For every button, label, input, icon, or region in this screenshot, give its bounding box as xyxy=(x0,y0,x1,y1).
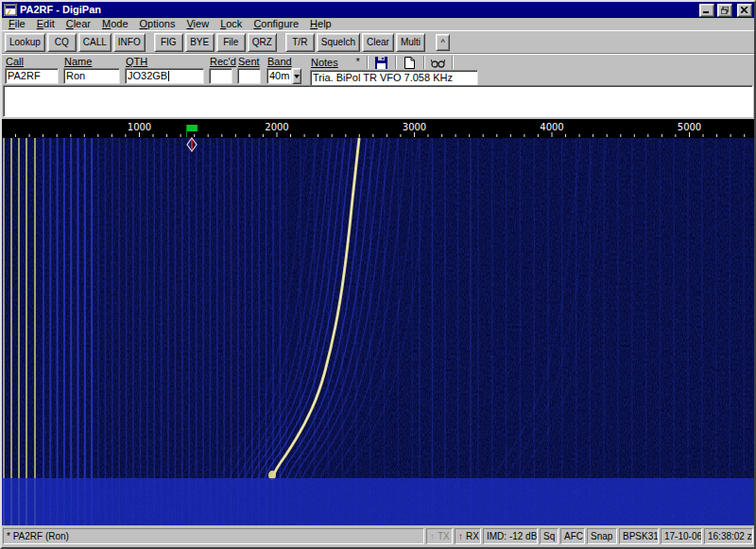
toolbar-button-call[interactable]: CALL xyxy=(78,33,112,52)
svg-text:2000: 2000 xyxy=(265,122,288,132)
menu-item-edit[interactable]: Edit xyxy=(31,18,60,30)
status-squelch[interactable]: Sq xyxy=(540,528,558,544)
new-document-button[interactable] xyxy=(402,56,419,70)
toolbar-button-fig[interactable]: FIG xyxy=(154,33,183,52)
close-icon xyxy=(741,7,748,13)
recd-input[interactable] xyxy=(209,68,232,84)
qth-input[interactable]: JO32GB xyxy=(125,68,204,84)
sent-label: Sent xyxy=(237,56,261,68)
toolbar-button-clear[interactable]: Clear xyxy=(362,33,394,52)
menu-item-view[interactable]: View xyxy=(180,18,215,30)
waterfall-display[interactable]: 10002000300040005000 xyxy=(2,119,754,525)
waterfall-noise xyxy=(2,138,754,525)
menu-bar: FileEditClearModeOptionsViewLockConfigur… xyxy=(2,18,754,30)
name-input[interactable]: Ron xyxy=(63,68,120,84)
sent-input[interactable] xyxy=(237,68,261,84)
close-button[interactable] xyxy=(737,4,752,17)
toolbar-button-lookup[interactable]: Lookup xyxy=(5,33,45,52)
status-snap[interactable]: Snap xyxy=(587,528,617,544)
toolbar-button-file[interactable]: File xyxy=(216,33,246,52)
rx-label: RX xyxy=(466,531,479,541)
call-input[interactable]: PA2RF xyxy=(5,68,59,84)
menu-item-clear[interactable]: Clear xyxy=(60,18,96,30)
minimize-button[interactable] xyxy=(699,4,714,17)
field-band: Band 40m xyxy=(266,56,301,84)
field-qth: QTHJO32GB xyxy=(125,56,204,84)
toolbar-button-qrz[interactable]: QRZ xyxy=(248,33,277,52)
notes-value: Tria. BiPol TR VFO 7.058 KHz xyxy=(313,72,453,83)
separator xyxy=(395,56,397,69)
rx-arrow-icon: ↑ xyxy=(458,532,463,541)
svg-text:3000: 3000 xyxy=(403,122,426,132)
svg-text:4000: 4000 xyxy=(540,122,563,132)
save-button[interactable] xyxy=(373,56,390,70)
new-document-icon xyxy=(404,57,415,69)
chevron-down-icon xyxy=(294,75,300,78)
toolbar-button-cq[interactable]: CQ xyxy=(47,33,77,52)
toolbar-button-t-r[interactable]: T/R xyxy=(285,33,315,52)
notes-label: Notes xyxy=(310,57,338,68)
tx-arrow-icon: ↑ xyxy=(430,532,435,541)
qth-value: JO32GB xyxy=(128,70,167,81)
log-fields: CallPA2RFNameRonQTHJO32GBRec'dSent xyxy=(5,56,266,84)
toolbar-group: T/RSquelchClearMulti xyxy=(285,33,425,52)
band-label: Band xyxy=(266,56,301,68)
menu-item-lock[interactable]: Lock xyxy=(215,18,248,30)
name-label: Name xyxy=(63,56,120,68)
waterfall-bright-band xyxy=(2,478,754,525)
toolbar-button-multi[interactable]: Multi xyxy=(396,33,425,52)
band-combobox[interactable]: 40m xyxy=(266,68,301,84)
recd-label: Rec'd xyxy=(209,56,232,68)
menu-item-file[interactable]: File xyxy=(3,18,31,30)
title-bar: PA2RF - DigiPan xyxy=(2,2,754,18)
frequency-scale-strip[interactable] xyxy=(2,119,754,138)
eyeglasses-icon xyxy=(431,58,445,68)
field-name: NameRon xyxy=(63,56,120,84)
toolbar-button-squelch[interactable]: Squelch xyxy=(317,33,360,52)
field-recd: Rec'd xyxy=(209,56,232,84)
lookup-button[interactable] xyxy=(430,56,447,70)
menu-item-mode[interactable]: Mode xyxy=(96,18,134,30)
menu-item-configure[interactable]: Configure xyxy=(248,18,304,30)
toolbar-button-info[interactable]: INFO xyxy=(113,33,146,52)
tx-label: TX xyxy=(438,531,450,541)
notes-input[interactable]: Tria. BiPol TR VFO 7.058 KHz xyxy=(310,70,478,86)
name-value: Ron xyxy=(66,70,85,81)
menu-item-help[interactable]: Help xyxy=(304,18,337,30)
mode-label: BPSK31 xyxy=(623,531,659,541)
svg-text:1000: 1000 xyxy=(128,122,151,132)
toolbar-group: LookupCQCALLINFO xyxy=(5,33,146,52)
receive-pane[interactable] xyxy=(3,85,753,117)
window-title: PA2RF - DigiPan xyxy=(20,2,696,18)
status-date: 17-10-06 xyxy=(661,528,702,544)
field-notes: Notes * xyxy=(310,56,478,86)
afc-label: AFC xyxy=(564,531,583,541)
toolbar-group: FIGBYEFileQRZ xyxy=(154,33,277,52)
minimize-icon xyxy=(703,7,711,13)
log-toolbar: CallPA2RFNameRonQTHJO32GBRec'dSent Band … xyxy=(2,53,754,85)
qth-label: QTH xyxy=(125,56,204,68)
status-tx[interactable]: ↑ TX xyxy=(426,528,453,544)
status-afc[interactable]: AFC xyxy=(560,528,585,544)
time-value: 16:38:02 z xyxy=(708,531,752,541)
svg-text:5000: 5000 xyxy=(678,122,701,132)
band-dropdown-button[interactable] xyxy=(292,68,301,84)
date-value: 17-10-06 xyxy=(664,531,702,541)
status-mode[interactable]: BPSK31 xyxy=(619,528,659,544)
app-icon xyxy=(4,4,17,16)
separator xyxy=(367,56,369,69)
band-value: 40m xyxy=(266,68,292,84)
menu-item-options[interactable]: Options xyxy=(134,18,181,30)
toolbar-button-bye[interactable]: BYE xyxy=(185,33,215,52)
restore-button[interactable] xyxy=(717,4,732,17)
toolbar-overflow-button[interactable]: ^ xyxy=(436,34,450,51)
field-sent: Sent xyxy=(237,56,261,84)
field-call: CallPA2RF xyxy=(5,56,59,84)
macro-star-button[interactable]: * xyxy=(354,57,362,68)
status-rx[interactable]: ↑ RX xyxy=(455,528,481,544)
status-time: 16:38:02 z xyxy=(704,528,753,544)
squelch-label: Sq xyxy=(543,531,555,541)
snap-label: Snap xyxy=(591,531,612,541)
call-value: PA2RF xyxy=(8,70,41,81)
status-operator: * PA2RF (Ron) xyxy=(3,528,424,544)
